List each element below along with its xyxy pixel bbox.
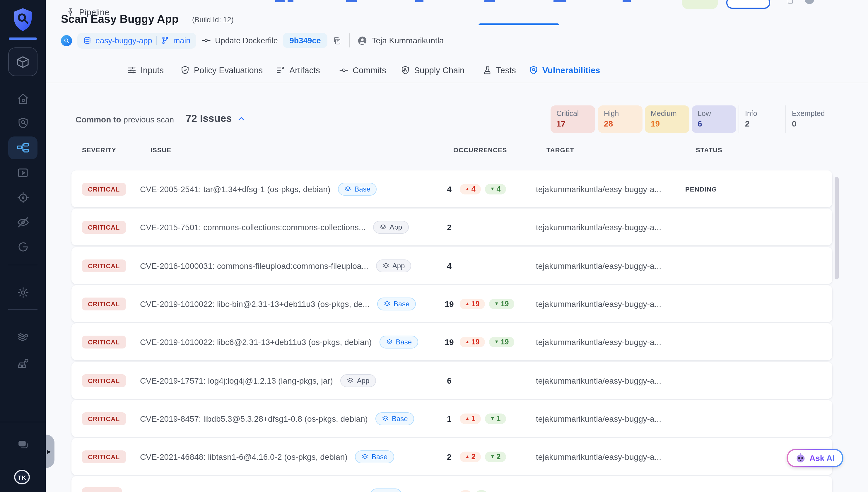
tab-supply-chain[interactable]: Supply Chain: [401, 58, 465, 82]
occurrences-removed-pill: 19: [489, 337, 514, 347]
pipeline-icon: [17, 142, 29, 154]
tab-policy-evaluations[interactable]: Policy Evaluations: [180, 58, 263, 82]
user-avatar[interactable]: TK: [14, 470, 30, 484]
chip-divider: [156, 36, 157, 45]
table-row[interactable]: CRITICAL CVE-2015-7501: commons-collecti…: [71, 208, 832, 245]
issue-title: CVE-2019-17571: log4j:log4j@1.2.13 (lang…: [140, 376, 333, 385]
target-image: tejakummarikuntla/easy-buggy-a...: [536, 261, 685, 270]
doc-icon-cutoff[interactable]: [788, 0, 793, 3]
severity-filter-critical[interactable]: Critical17: [550, 105, 595, 133]
table-row[interactable]: CRITICAL CVE-2019-8457: libdb5.3@5.3.28+…: [71, 400, 832, 437]
table-row[interactable]: CRITICAL CVE-2019-1010022: libc6@2.31-13…: [71, 323, 832, 360]
sidebar-item-monitor[interactable]: [16, 240, 30, 254]
occurrences-added-pill: 19: [460, 298, 485, 309]
ask-ai-button[interactable]: Ask AI: [787, 449, 843, 467]
occurrence-count: 4: [443, 261, 456, 270]
tab-commits[interactable]: Commits: [339, 58, 386, 82]
vertical-scrollbar[interactable]: [835, 177, 839, 279]
occurrence-count: 1: [443, 414, 456, 423]
gear-icon: [17, 286, 29, 298]
sidebar-item-pipelines-active[interactable]: [8, 137, 38, 159]
shield-nodes-icon: [401, 66, 410, 75]
table-row[interactable]: CRITICAL CVE-2019-17571: log4j:log4j@1.2…: [71, 362, 832, 399]
app-layer-chip: App: [373, 221, 408, 233]
issue-title: CVE-2016-1000031: commons-fileupload:com…: [140, 261, 368, 270]
occurrence-count: 19: [443, 337, 456, 346]
occurrences-removed-pill: 2: [485, 451, 506, 462]
occurrence-count: 6: [443, 376, 456, 385]
issue-title: CVE-2005-2541: tar@1.34+dfsg-1 (os-pkgs,…: [140, 184, 330, 194]
layers-gear-icon: [17, 332, 29, 344]
sidebar-item-help[interactable]: ?: [16, 438, 30, 451]
base-layer-chip: Base: [377, 297, 416, 310]
repo-branch-chip[interactable]: easy-buggy-app main: [77, 32, 196, 48]
avatar-cutoff[interactable]: [805, 0, 814, 4]
sidebar-item-org-config[interactable]: [16, 356, 30, 370]
primary-button-cutoff[interactable]: [726, 0, 770, 9]
target-image: tejakummarikuntla/easy-buggy-a...: [536, 414, 685, 423]
tab-inputs[interactable]: Inputs: [127, 58, 164, 82]
issue-title: CVE-2019-1010022: libc6@2.31-13+deb11u3 …: [140, 337, 372, 346]
target-image: tejakummarikuntla/easy-buggy-a...: [536, 376, 685, 385]
scan-meta-row: easy-buggy-app main Update Dockerfile 9b…: [61, 32, 444, 49]
home-icon: [17, 92, 29, 104]
shield-check-icon: [180, 66, 190, 75]
sidebar-item-scans[interactable]: [16, 116, 30, 130]
table-row[interactable]: CRITICAL CVE-2016-1000031: commons-fileu…: [71, 247, 832, 284]
repo-name[interactable]: easy-buggy-app: [96, 36, 152, 45]
tab-vulnerabilities[interactable]: Vulnerabilities: [529, 58, 600, 82]
occurrences-removed-pill: 19: [489, 298, 514, 309]
commit-icon: [201, 36, 211, 45]
severity-filter-info[interactable]: Info2: [739, 105, 783, 133]
shield-bug-icon: [529, 66, 538, 75]
branch-name[interactable]: main: [173, 36, 191, 45]
tab-tests[interactable]: Tests: [482, 58, 516, 82]
base-layer-chip: [370, 488, 402, 492]
sidebar-item-exemptions[interactable]: [16, 215, 30, 229]
occurrences-removed-pill: [476, 490, 487, 492]
sidebar-item-targets[interactable]: [16, 190, 30, 204]
table-row-partial[interactable]: [71, 476, 832, 492]
meta-divider: [349, 33, 349, 47]
base-layer-chip: Base: [355, 450, 394, 463]
sidebar-divider: [8, 265, 38, 265]
author-name: Teja Kummarikuntla: [372, 36, 444, 45]
app-layer-chip: App: [341, 374, 376, 387]
app-logo-shield-icon: [13, 8, 33, 32]
issue-title: CVE-2019-8457: libdb5.3@5.3.28+dfsg1-0.8…: [140, 414, 368, 423]
flask-icon: [482, 66, 492, 75]
severity-filter-exempted[interactable]: Exempted0: [786, 105, 830, 133]
gauge-icon: [17, 241, 29, 253]
severity-filter-low[interactable]: Low6: [692, 105, 736, 133]
issue-title: CVE-2019-1010022: libc-bin@2.31-13+deb11…: [140, 299, 370, 309]
issue-title: CVE-2015-7501: commons-collections:commo…: [140, 222, 366, 232]
table-row[interactable]: CRITICAL CVE-2019-1010022: libc-bin@2.31…: [71, 285, 832, 322]
target-image: tejakummarikuntla/easy-buggy-a...: [536, 222, 685, 232]
sidebar-item-settings[interactable]: [16, 285, 30, 299]
tab-artifacts[interactable]: Artifacts: [276, 58, 320, 82]
table-row[interactable]: CRITICAL CVE-2005-2541: tar@1.34+dfsg-1 …: [71, 170, 832, 207]
sidebar-item-home[interactable]: [16, 91, 30, 105]
severity-filter-medium[interactable]: Medium19: [645, 105, 689, 133]
occurrences-added-pill: 19: [460, 337, 485, 347]
list-arrow-icon: [276, 66, 285, 75]
chevron-up-icon: [237, 115, 245, 123]
commit-hash-chip[interactable]: 9b349ce: [283, 33, 327, 48]
severity-filter-high[interactable]: High28: [598, 105, 643, 133]
target-image: tejakummarikuntla/easy-buggy-a...: [536, 337, 685, 346]
sidebar-item-executions[interactable]: [16, 166, 30, 180]
severity-badge: CRITICAL: [82, 259, 126, 272]
copy-icon[interactable]: [332, 36, 341, 45]
occurrence-count: 2: [443, 222, 456, 232]
severity-badge: CRITICAL: [82, 182, 126, 195]
ai-bot-icon: [795, 453, 806, 463]
base-layer-chip: Base: [338, 182, 377, 195]
sidebar-divider: [0, 422, 46, 422]
sidebar-item-packages[interactable]: [8, 47, 38, 76]
sidebar-item-layer-config[interactable]: [16, 331, 30, 345]
table-row[interactable]: CRITICAL CVE-2021-46848: libtasn1-6@4.16…: [71, 438, 832, 475]
tab-pipeline[interactable]: Pipeline: [66, 0, 109, 25]
issues-count-toggle[interactable]: 72 Issues: [186, 113, 245, 125]
occurrences-added-pill: 4: [460, 183, 481, 194]
occurrence-count: 2: [443, 452, 456, 461]
